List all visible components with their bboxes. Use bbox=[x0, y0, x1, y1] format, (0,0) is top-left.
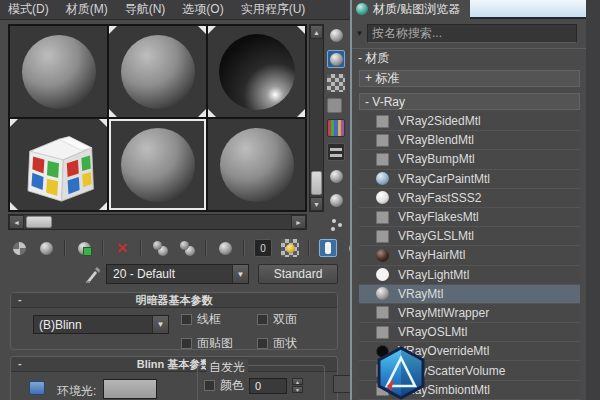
list-item-VRayGLSLMtl[interactable]: VRayGLSLMtl bbox=[359, 227, 580, 246]
material-map-navigator-icon[interactable] bbox=[327, 215, 345, 233]
checkbox-0[interactable]: 线框 bbox=[181, 311, 257, 328]
menu-item-1[interactable]: 材质(M) bbox=[66, 1, 108, 18]
slots-vertical-scrollbar[interactable]: ▲ ▼ bbox=[309, 24, 324, 212]
group-header-standard[interactable]: + 标准 bbox=[359, 70, 580, 87]
menu-item-4[interactable]: 实用程序(U) bbox=[241, 1, 306, 18]
group-header-vray[interactable]: - V-Ray bbox=[359, 93, 580, 110]
vscroll-thumb[interactable] bbox=[311, 171, 322, 195]
checkbox-2[interactable]: 面贴图 bbox=[181, 335, 257, 352]
backlight-icon[interactable] bbox=[327, 50, 345, 68]
scroll-right-button[interactable]: ► bbox=[291, 215, 306, 229]
spinner-down-icon[interactable]: ▼ bbox=[292, 386, 303, 393]
show-end-result-icon[interactable] bbox=[319, 239, 337, 257]
list-item-VRayMtlWrapper[interactable]: VRayMtlWrapper bbox=[359, 304, 580, 323]
search-options-icon[interactable]: ▼ bbox=[352, 24, 367, 42]
checkbox-3[interactable]: 面状 bbox=[257, 335, 333, 352]
self-illumination-value[interactable]: 0 bbox=[249, 378, 287, 394]
scroll-left-button[interactable]: ◄ bbox=[9, 215, 24, 229]
material-name-value: 20 - Default bbox=[107, 267, 232, 281]
make-material-copy-icon[interactable] bbox=[151, 239, 169, 257]
sample-slot-3[interactable] bbox=[9, 118, 108, 211]
pick-material-eyedropper-icon[interactable] bbox=[84, 264, 102, 284]
list-item-label: VRayCarPaintMtl bbox=[398, 172, 490, 186]
scroll-down-button[interactable]: ▼ bbox=[310, 197, 323, 211]
rollout-header[interactable]: - 明暗器基本参数 bbox=[11, 293, 337, 308]
self-illumination-map-button[interactable] bbox=[333, 375, 351, 393]
list-item-label: VRayLightMtl bbox=[398, 268, 469, 282]
sample-slot-4[interactable] bbox=[108, 118, 207, 211]
list-item-VRayFlakesMtl[interactable]: VRayFlakesMtl bbox=[359, 208, 580, 227]
material-name-dropdown[interactable]: 20 - Default ▼ bbox=[106, 264, 249, 284]
list-item-VRayScatterVolume[interactable]: VRayScatterVolume bbox=[359, 361, 580, 380]
list-item-VRayHairMtl[interactable]: VRayHairMtl bbox=[359, 246, 580, 265]
reset-map-icon[interactable] bbox=[113, 239, 131, 257]
put-to-library-icon[interactable] bbox=[216, 239, 234, 257]
list-item-label: VRayMtl bbox=[398, 287, 443, 301]
list-item-VRayMtl[interactable]: VRayMtl bbox=[359, 285, 580, 304]
list-item-VRayBlendMtl[interactable]: VRayBlendMtl bbox=[359, 131, 580, 150]
material-map-browser-panel: 材质/贴图浏览器 ▼ - 材质 + 标准 - V-Ray VRay2SidedM… bbox=[350, 0, 586, 400]
list-item-label: VRayBlendMtl bbox=[398, 133, 474, 147]
assign-material-to-selection-icon[interactable] bbox=[75, 239, 93, 257]
options-icon[interactable] bbox=[327, 167, 345, 185]
video-color-check-icon[interactable] bbox=[327, 119, 345, 137]
slots-horizontal-scrollbar[interactable]: ◄ ► bbox=[8, 214, 307, 230]
chevron-down-icon[interactable]: ▼ bbox=[232, 265, 248, 283]
list-item-VRay2SidedMtl[interactable]: VRay2SidedMtl bbox=[359, 112, 580, 131]
material-id-channel-icon[interactable] bbox=[254, 239, 272, 257]
hscroll-thumb[interactable] bbox=[26, 216, 52, 228]
sample-uv-tiling-icon[interactable] bbox=[327, 98, 342, 113]
list-item-VRayLightMtl[interactable]: VRayLightMtl bbox=[359, 266, 580, 285]
list-item-VRayOSLMtl[interactable]: VRayOSLMtl bbox=[359, 323, 580, 342]
background-icon[interactable] bbox=[327, 74, 345, 92]
list-item-VRaySimbiontMtl[interactable]: VRaySimbiontMtl bbox=[359, 381, 580, 400]
sample-slot-5[interactable] bbox=[207, 118, 306, 211]
checkbox-box[interactable] bbox=[257, 314, 268, 325]
browser-titlebar: 材质/贴图浏览器 bbox=[352, 0, 476, 18]
hot-material-corner-icon bbox=[109, 109, 117, 117]
make-preview-icon[interactable] bbox=[327, 143, 345, 161]
hot-material-corner-icon bbox=[208, 109, 216, 117]
group-header-materials[interactable]: - 材质 bbox=[352, 48, 586, 67]
spinner-up-icon[interactable]: ▲ bbox=[292, 378, 303, 385]
list-item-VRayBumpMtl[interactable]: VRayBumpMtl bbox=[359, 150, 580, 169]
menu-item-2[interactable]: 导航(N) bbox=[125, 1, 166, 18]
search-input[interactable] bbox=[367, 24, 577, 43]
toolbar-separator bbox=[64, 240, 66, 256]
material-sphere bbox=[22, 35, 96, 109]
sample-slot-2[interactable] bbox=[207, 25, 306, 118]
checkbox-box[interactable] bbox=[181, 338, 192, 349]
sample-slot-1[interactable] bbox=[108, 25, 207, 118]
shader-type-dropdown[interactable]: (B)Blinn ▼ bbox=[33, 315, 169, 334]
material-thumb-icon bbox=[376, 230, 389, 243]
lock-ambient-diffuse-icon[interactable] bbox=[29, 381, 45, 395]
color-label: 颜色 bbox=[220, 377, 244, 394]
checkbox-1[interactable]: 双面 bbox=[257, 311, 333, 328]
list-item-VRayOverrideMtl[interactable]: VRayOverrideMtl bbox=[359, 342, 580, 361]
make-unique-icon[interactable] bbox=[178, 239, 196, 257]
self-illumination-group: 自发光 颜色 0 ▲▼ bbox=[197, 365, 325, 400]
hot-material-corner-icon bbox=[109, 26, 117, 34]
material-thumb-icon bbox=[376, 268, 389, 281]
list-item-VRayCarPaintMtl[interactable]: VRayCarPaintMtl bbox=[359, 170, 580, 189]
value-spinner[interactable]: ▲▼ bbox=[292, 378, 303, 393]
menu-item-3[interactable]: 选项(O) bbox=[182, 1, 223, 18]
show-map-in-viewport-icon[interactable] bbox=[281, 239, 299, 257]
hot-material-corner-icon bbox=[208, 26, 216, 34]
chevron-down-icon[interactable]: ▼ bbox=[152, 316, 168, 333]
checkbox-box[interactable] bbox=[181, 314, 192, 325]
material-sphere bbox=[220, 128, 294, 202]
menu-item-0[interactable]: 模式(D) bbox=[8, 1, 49, 18]
list-item-VRayFastSSS2[interactable]: VRayFastSSS2 bbox=[359, 189, 580, 208]
sample-slot-0[interactable] bbox=[9, 25, 108, 118]
select-by-material-icon[interactable] bbox=[327, 191, 345, 209]
material-type-button[interactable]: Standard bbox=[258, 264, 338, 284]
checkbox-box[interactable] bbox=[257, 338, 268, 349]
put-material-to-scene-icon[interactable] bbox=[37, 239, 55, 257]
scroll-up-button[interactable]: ▲ bbox=[310, 25, 323, 39]
sample-type-icon[interactable] bbox=[327, 26, 345, 44]
ambient-color-swatch[interactable] bbox=[103, 379, 157, 399]
get-material-icon[interactable] bbox=[10, 239, 28, 257]
color-checkbox[interactable] bbox=[204, 380, 215, 391]
toolbar-separator bbox=[308, 240, 310, 256]
